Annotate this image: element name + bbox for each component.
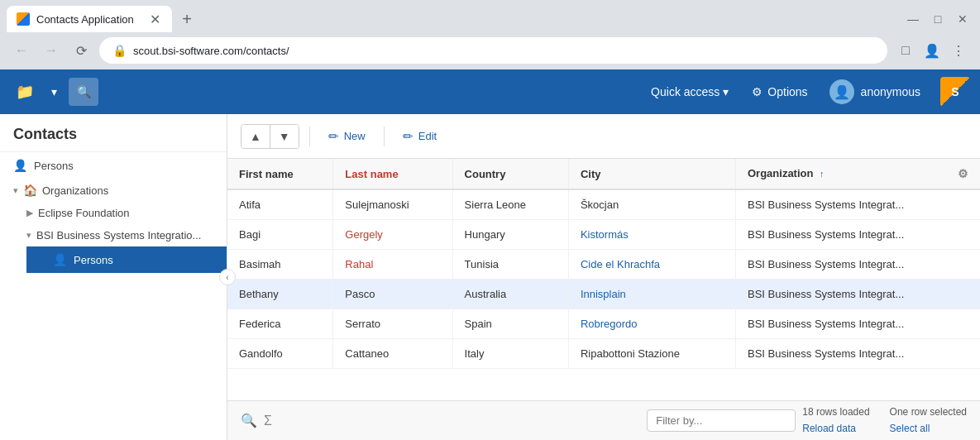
cell-country: Australia [452, 280, 568, 309]
cell-firstname: Atifa [227, 189, 333, 220]
refresh-button[interactable]: ⟳ [69, 39, 93, 62]
one-row-selected-text: One row selected [890, 404, 967, 420]
firstname-header: First name [239, 168, 294, 180]
edit-button[interactable]: ✏ Edit [394, 124, 445, 149]
sidebar-persons-label: Persons [34, 160, 74, 172]
separator [309, 127, 310, 146]
new-tab-button[interactable]: + [175, 7, 198, 31]
row-selected-section: One row selected Select all [890, 404, 967, 436]
contacts-table: First name Last name Country City Organi [227, 159, 980, 369]
eclipse-label: Eclipse Foundation [38, 207, 130, 219]
tab-close-button[interactable]: ✕ [147, 12, 162, 26]
cell-org: BSI Business Systems Integrat... [736, 250, 981, 280]
header-search-button[interactable]: 🔍 [69, 78, 98, 106]
col-organization[interactable]: Organization ↑ ⚙ [736, 159, 981, 189]
person-active-icon: 👤 [53, 253, 67, 266]
cell-city: Robregordo [568, 309, 735, 339]
cell-city: Ripabottoni Stazione [568, 339, 735, 369]
quick-access-label: Quick access [651, 85, 719, 98]
address-bar: ← → ⟳ 🔒 scout.bsi-software.com/contacts/… [0, 33, 980, 69]
status-bar: 🔍 Σ 18 rows loaded Reload data One row s… [227, 400, 980, 440]
cell-firstname: Federica [227, 309, 333, 339]
header-dropdown-button[interactable]: ▾ [46, 82, 62, 102]
table-container: First name Last name Country City Organi [227, 159, 980, 400]
sidebar-sub-bsi: ▾ BSI Business Systems Integratio... 👤 P… [0, 224, 227, 273]
city-header: City [581, 168, 601, 180]
table-row[interactable]: Bethany Pasco Australia Innisplain BSI B… [227, 280, 980, 309]
cell-country: Spain [452, 309, 568, 339]
sidebar-item-bsi[interactable]: ▾ BSI Business Systems Integratio... [26, 224, 227, 246]
person-icon: 👤 [13, 159, 27, 172]
rows-loaded-text: 18 rows loaded [802, 404, 869, 420]
tab-bar: Contacts Application ✕ + — □ ✕ [0, 0, 980, 33]
col-city[interactable]: City [568, 159, 735, 189]
country-header: Country [465, 168, 506, 180]
status-search-icon[interactable]: 🔍 [241, 413, 257, 428]
tab-title: Contacts Application [36, 13, 141, 26]
bsi-logo: S [940, 77, 970, 107]
back-button[interactable]: ← [10, 39, 33, 62]
separator2 [384, 127, 385, 146]
home-icon: 🏠 [23, 184, 37, 197]
select-all-link[interactable]: Select all [890, 421, 930, 437]
sidebar-item-persons-top[interactable]: 👤 Persons [0, 152, 227, 179]
toolbar: ▲ ▼ ✏ New ✏ Edit [227, 114, 980, 159]
collapse-arrow-icon: ▾ [26, 230, 31, 241]
lastname-header: Last name [345, 168, 398, 180]
down-arrow-button[interactable]: ▼ [270, 125, 299, 148]
col-firstname[interactable]: First name [227, 159, 333, 189]
table-row[interactable]: Federica Serrato Spain Robregordo BSI Bu… [227, 309, 980, 339]
sidebar-item-eclipse[interactable]: ▶ Eclipse Foundation [26, 202, 227, 224]
extensions-button[interactable]: □ [894, 39, 917, 62]
organizations-label: Organizations [42, 184, 108, 197]
table-row[interactable]: Basimah Rahal Tunisia Cide el Khrachfa B… [227, 250, 980, 280]
table-header-row: First name Last name Country City Organi [227, 159, 980, 189]
sidebar-item-organizations[interactable]: ▾ 🏠 Organizations [0, 179, 227, 202]
expand-arrow-icon: ▶ [26, 208, 33, 218]
cell-org: BSI Business Systems Integrat... [736, 220, 981, 250]
sidebar-sub-eclipse: ▶ Eclipse Foundation [0, 202, 227, 224]
col-country[interactable]: Country [452, 159, 568, 189]
up-arrow-button[interactable]: ▲ [241, 125, 270, 148]
sidebar-item-persons-bsi[interactable]: 👤 Persons [26, 246, 227, 273]
new-button[interactable]: ✏ New [320, 124, 374, 149]
sigma-icon[interactable]: Σ [264, 414, 272, 428]
table-row[interactable]: Atifa Sulejmanoski Sierra Leone Škocjan … [227, 189, 980, 220]
cell-city: Innisplain [568, 280, 735, 309]
url-text: scout.bsi-software.com/contacts/ [133, 45, 874, 57]
url-bar[interactable]: 🔒 scout.bsi-software.com/contacts/ [99, 37, 887, 64]
content-area: ▲ ▼ ✏ New ✏ Edit First name [227, 114, 980, 440]
options-button[interactable]: ⚙ Options [743, 80, 815, 103]
table-row[interactable]: Bagi Gergely Hungary Kistormás BSI Busin… [227, 220, 980, 250]
cell-firstname: Basimah [227, 250, 333, 280]
cell-org: BSI Business Systems Integrat... [736, 280, 981, 309]
sidebar-collapse-button[interactable]: ‹ [219, 269, 236, 285]
quick-access-chevron-icon: ▾ [723, 85, 729, 98]
quick-access-button[interactable]: Quick access ▾ [643, 80, 737, 103]
cell-firstname: Gandolfo [227, 339, 333, 369]
close-window-button[interactable]: ✕ [952, 8, 973, 30]
cell-lastname: Sulejmanoski [333, 189, 452, 220]
profile-button[interactable]: 👤 [920, 39, 944, 62]
active-tab[interactable]: Contacts Application ✕ [7, 6, 172, 32]
cell-org: BSI Business Systems Integrat... [736, 309, 981, 339]
col-lastname[interactable]: Last name [333, 159, 452, 189]
edit-label: Edit [418, 130, 437, 142]
column-settings-icon[interactable]: ⚙ [958, 167, 968, 180]
cell-lastname: Gergely [333, 220, 452, 250]
status-right-group: 18 rows loaded Reload data One row selec… [802, 404, 967, 436]
filter-input[interactable] [647, 409, 796, 432]
menu-button[interactable]: ⋮ [947, 39, 970, 62]
forward-button[interactable]: → [40, 39, 63, 62]
folder-button[interactable]: 📁 [10, 77, 40, 107]
cell-city: Kistormás [568, 220, 735, 250]
reload-data-link[interactable]: Reload data [802, 421, 856, 437]
table-row[interactable]: Gandolfo Cattaneo Italy Ripabottoni Staz… [227, 339, 980, 369]
maximize-button[interactable]: □ [927, 8, 949, 30]
tab-controls: — □ ✕ [902, 8, 973, 30]
cell-lastname: Cattaneo [333, 339, 452, 369]
cell-country: Tunisia [452, 250, 568, 280]
bsi-label: BSI Business Systems Integratio... [36, 229, 201, 242]
minimize-button[interactable]: — [902, 8, 924, 30]
browser-frame: Contacts Application ✕ + — □ ✕ ← → ⟳ 🔒 s… [0, 0, 980, 69]
